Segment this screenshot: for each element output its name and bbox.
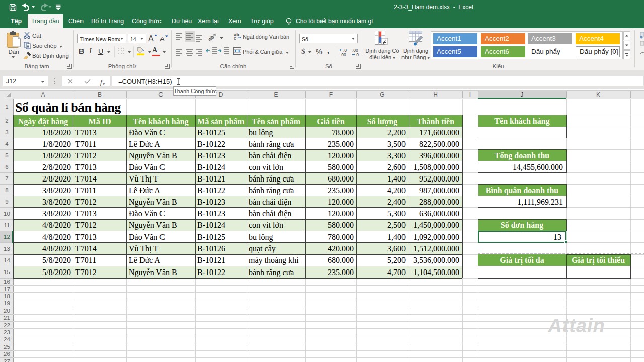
svg-text:235.000: 235.000 — [328, 186, 354, 195]
svg-text:B-10125: B-10125 — [197, 128, 225, 137]
svg-text:14,455,600.000: 14,455,600.000 — [513, 163, 563, 171]
svg-text:Số lượng: Số lượng — [367, 117, 398, 126]
svg-text:3,600: 3,600 — [387, 244, 406, 253]
svg-text:680.000: 680.000 — [328, 256, 354, 264]
svg-text:B-10123: B-10123 — [197, 209, 225, 218]
svg-text:580.000: 580.000 — [328, 221, 354, 229]
svg-text:K: K — [596, 91, 600, 98]
svg-text:Đào Văn C: Đào Văn C — [129, 163, 165, 171]
svg-text:1,400: 1,400 — [387, 174, 406, 183]
svg-text:1/8/2020: 1/8/2020 — [42, 140, 71, 148]
svg-text:2,400: 2,400 — [387, 198, 406, 206]
svg-text:120.000: 120.000 — [328, 151, 354, 160]
svg-text:21: 21 — [4, 315, 10, 321]
svg-text:1,508,000.000: 1,508,000.000 — [413, 163, 459, 171]
svg-text:I: I — [469, 91, 471, 98]
svg-text:16: 16 — [4, 279, 10, 285]
svg-text:bàn chải điện: bàn chải điện — [249, 151, 291, 160]
svg-text:1/8/2020: 1/8/2020 — [42, 151, 71, 160]
svg-text:Vũ Thị T: Vũ Thị T — [129, 174, 158, 183]
svg-text:B-10126: B-10126 — [197, 244, 225, 253]
svg-text:13: 13 — [4, 246, 10, 252]
svg-text:máy thoáng khí: máy thoáng khí — [249, 256, 299, 265]
svg-text:26: 26 — [4, 351, 10, 357]
svg-text:bàn chải điện: bàn chải điện — [249, 198, 291, 206]
svg-text:Đào Văn C: Đào Văn C — [129, 233, 165, 241]
svg-text:T7011: T7011 — [75, 140, 96, 148]
svg-text:987,000.000: 987,000.000 — [419, 186, 459, 195]
svg-text:2/8/2020: 2/8/2020 — [42, 174, 71, 183]
svg-text:12: 12 — [4, 234, 10, 240]
svg-text:.0: .0 — [355, 52, 359, 57]
svg-text:1: 1 — [5, 104, 8, 110]
svg-text:2/8/2020: 2/8/2020 — [42, 163, 71, 171]
svg-text:Nguyễn Văn B: Nguyễn Văn B — [129, 221, 177, 230]
svg-text:T7011: T7011 — [75, 186, 96, 195]
svg-text:T7013: T7013 — [75, 128, 97, 137]
svg-text:822,500.000: 822,500.000 — [419, 140, 459, 148]
svg-text:120.000: 120.000 — [328, 198, 354, 206]
svg-text:4/8/2020: 4/8/2020 — [42, 233, 71, 241]
svg-text:Số đơn hàng: Số đơn hàng — [501, 221, 543, 230]
svg-text:T7013: T7013 — [75, 233, 97, 241]
svg-text:3,300: 3,300 — [387, 151, 406, 160]
svg-text:6: 6 — [5, 164, 8, 170]
svg-text:Mã sản phẩm: Mã sản phẩm — [197, 117, 245, 126]
svg-text:1,450,000.000: 1,450,000.000 — [413, 221, 459, 229]
svg-text:Giá trị tối thiểu: Giá trị tối thiểu — [572, 256, 625, 265]
svg-text:T7013: T7013 — [75, 209, 97, 218]
svg-text:T7012: T7012 — [75, 198, 97, 206]
svg-text:288,000.000: 288,000.000 — [419, 198, 459, 206]
svg-text:420.000: 420.000 — [328, 244, 354, 253]
svg-text:4/8/2020: 4/8/2020 — [42, 244, 71, 253]
svg-text:T7013: T7013 — [75, 163, 97, 171]
svg-text:D: D — [219, 91, 223, 98]
svg-text:2,200: 2,200 — [387, 128, 406, 137]
svg-text:Attain: Attain — [547, 315, 605, 336]
svg-text:bu lông: bu lông — [249, 233, 273, 242]
svg-text:bánh răng cưa: bánh răng cưa — [249, 174, 294, 184]
svg-text:Nguyễn Văn B: Nguyễn Văn B — [129, 198, 177, 207]
svg-text:5/8/2020: 5/8/2020 — [42, 268, 71, 277]
svg-text:14: 14 — [4, 257, 10, 263]
svg-text:con vít lớn: con vít lớn — [249, 163, 283, 171]
svg-text:3: 3 — [5, 129, 8, 135]
svg-text:B-10123: B-10123 — [197, 198, 225, 206]
svg-text:G: G — [380, 91, 384, 98]
svg-text:396,000.000: 396,000.000 — [419, 151, 459, 160]
svg-text:B-10122: B-10122 — [197, 268, 225, 277]
svg-text:C: C — [158, 91, 163, 98]
svg-text:E: E — [274, 91, 278, 98]
svg-text:235.000: 235.000 — [328, 268, 354, 277]
svg-text:1/8/2020: 1/8/2020 — [42, 128, 71, 137]
svg-text:B-10125: B-10125 — [197, 233, 225, 241]
svg-text:Lê Đức A: Lê Đức A — [129, 186, 160, 195]
svg-text:580.000: 580.000 — [328, 163, 354, 171]
svg-text:235.000: 235.000 — [328, 140, 354, 148]
svg-text:1,512,000.000: 1,512,000.000 — [413, 244, 459, 253]
svg-text:2: 2 — [5, 118, 8, 124]
svg-text:Nguyễn Văn B: Nguyễn Văn B — [129, 151, 177, 160]
svg-text:J: J — [521, 91, 524, 98]
svg-text:3/8/2020: 3/8/2020 — [42, 186, 71, 195]
svg-text:636,000.000: 636,000.000 — [419, 209, 459, 218]
svg-text:Ngày đặt hàng: Ngày đặt hàng — [18, 117, 68, 126]
svg-text:11: 11 — [4, 222, 10, 228]
svg-text:T7011: T7011 — [75, 256, 96, 264]
svg-text:17: 17 — [4, 286, 10, 292]
svg-text:c: c — [234, 35, 236, 40]
svg-text:Giá trị tối đa: Giá trị tối đa — [500, 256, 544, 265]
svg-text:A: A — [148, 34, 154, 43]
svg-text:5/8/2020: 5/8/2020 — [42, 256, 71, 264]
svg-text:Bình quân doanh thu: Bình quân doanh thu — [486, 186, 559, 195]
svg-text:27: 27 — [4, 358, 10, 362]
svg-text:19: 19 — [4, 300, 10, 306]
svg-text:1,400: 1,400 — [387, 233, 406, 241]
svg-text:120.000: 120.000 — [328, 209, 354, 218]
svg-text:Nguyễn Văn B: Nguyễn Văn B — [129, 268, 177, 277]
svg-text:23: 23 — [4, 329, 10, 335]
svg-text:4/8/2020: 4/8/2020 — [42, 221, 71, 229]
svg-text:3,536,000.000: 3,536,000.000 — [413, 256, 459, 264]
svg-text:Tên sản phẩm: Tên sản phẩm — [252, 117, 301, 126]
svg-text:Sổ quản lí bán hàng: Sổ quản lí bán hàng — [15, 100, 121, 115]
